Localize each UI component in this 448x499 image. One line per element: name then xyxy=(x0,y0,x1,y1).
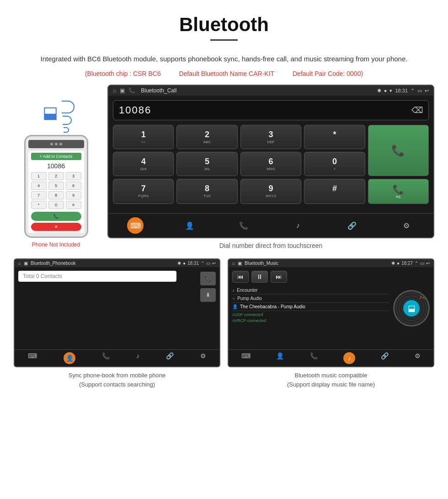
phonebook-statusbar: ⌂ ▣ Bluetooth_Phonebook ✱ ● 18:31 ⌃ ▭ ↩ xyxy=(15,259,219,267)
key-9-main: 9 xyxy=(243,184,299,193)
mu-expand: ⌃ xyxy=(415,261,418,266)
phonebook-caption: Sync phone-book from mobile phone (Suppo… xyxy=(69,371,165,389)
phonebook-caption-line1: Sync phone-book from mobile phone xyxy=(69,371,165,380)
title-underline xyxy=(210,39,238,41)
key-7-main: 7 xyxy=(115,184,171,193)
call-icon: 📞 xyxy=(128,87,135,94)
mu-nav-dialpad[interactable]: ⌨ xyxy=(241,352,251,364)
key-8-main: 8 xyxy=(179,184,235,193)
pb-dot: ● xyxy=(183,261,186,266)
pb-nav-settings[interactable]: ⚙ xyxy=(200,352,206,364)
nav-settings-icon[interactable]: ⚙ xyxy=(398,217,415,234)
nav-call-icon[interactable]: 📞 xyxy=(235,217,252,234)
key-7[interactable]: 7 PQRS xyxy=(113,179,174,204)
bluetooth-status-icon: ✱ xyxy=(377,88,381,94)
next-button[interactable]: ⏭ xyxy=(271,271,287,283)
mu-nav-link[interactable]: 🔗 xyxy=(381,352,389,364)
key-0-main: 0 xyxy=(306,157,363,166)
statusbar-right: ✱ ● ▾ 18:31 ⌃ ▭ ↩ xyxy=(377,88,429,94)
avrcp-status: AVRCP connected xyxy=(232,318,389,323)
phone-call-button[interactable]: 📞 xyxy=(31,212,81,221)
key-4[interactable]: 4 GHI xyxy=(113,152,174,176)
pb-nav-music[interactable]: ♪ xyxy=(136,352,139,364)
pb-nav-call[interactable]: 📞 xyxy=(102,352,110,364)
key-2[interactable]: 2 ABC xyxy=(176,125,237,149)
mu-nav-call[interactable]: 📞 xyxy=(310,352,318,364)
mu-nav-contacts[interactable]: 👤 xyxy=(276,352,284,364)
key-hash[interactable]: # xyxy=(304,179,365,204)
phone-dot xyxy=(55,143,58,145)
mu-sim-icon: ▣ xyxy=(238,261,242,266)
nav-dialpad-icon[interactable]: ⌨ xyxy=(127,217,144,234)
mu-dot: ● xyxy=(397,261,400,266)
disc-icon: ○ xyxy=(232,296,235,301)
phone-dialed-number: 10086 xyxy=(31,162,81,170)
nav-link-icon[interactable]: 🔗 xyxy=(344,217,360,234)
music-track-2: ○ Pump Audio xyxy=(232,295,389,303)
page-title-section: Bluetooth xyxy=(0,0,448,45)
bottom-screens-section: ⌂ ▣ Bluetooth_Phonebook ✱ ● 18:31 ⌃ ▭ ↩ … xyxy=(0,258,448,389)
play-pause-button[interactable]: ⏸ xyxy=(251,271,268,283)
call-button[interactable]: 📞 xyxy=(368,125,429,176)
home-icon: ⌂ xyxy=(113,87,116,94)
phone-section: ⬓ + Add to Contacts 10086 1 2 3 xyxy=(14,85,98,248)
pb-statusbar-right: ✱ ● 18:31 ⌃ ▭ ↩ xyxy=(177,261,216,266)
pb-nav-link[interactable]: 🔗 xyxy=(166,352,174,364)
music-track-list: ♪ Encounter ○ Pump Audio 👤 The Cheebacab… xyxy=(232,286,389,311)
phone-not-included-label: Phone Not Included xyxy=(32,241,80,248)
page-description: Integrated with BC6 Bluetooth module, su… xyxy=(0,45,448,68)
nav-music-icon[interactable]: ♪ xyxy=(290,217,306,234)
music-statusbar: ⌂ ▣ Bluetooth_Music ✱ ● 18:27 ⌃ ▭ ↩ xyxy=(229,259,433,267)
key-3[interactable]: 3 DEF xyxy=(240,125,301,149)
pb-nav-contacts[interactable]: 👤 xyxy=(64,352,75,364)
pb-window: ▭ xyxy=(206,261,210,266)
dialpad-area: 10086 ⌫ 1 ○○ 2 ABC 3 DEF xyxy=(108,96,433,213)
music-bottom-nav: ⌨ 👤 📞 ♪ 🔗 ⚙ xyxy=(229,349,433,366)
pb-nav-dialpad[interactable]: ⌨ xyxy=(28,352,37,364)
key-9[interactable]: 9 WXYZ xyxy=(240,179,301,204)
key-0[interactable]: 0 + xyxy=(304,152,365,176)
phone-key-0: 0 xyxy=(48,201,64,209)
key-3-sub: DEF xyxy=(243,140,299,144)
music-content: ⏮ ⏸ ⏭ ♪ Encounter ○ Pump Audio xyxy=(229,267,433,349)
backspace-button[interactable]: ⌫ xyxy=(411,105,423,115)
prev-button[interactable]: ⏮ xyxy=(232,271,249,283)
signal-wave-large xyxy=(62,101,75,113)
phone-key-star: * xyxy=(31,201,47,209)
spec-chip: (Bluetooth chip : CSR BC6 xyxy=(85,70,161,77)
music-caption: Bluetooth music compatible (Support disp… xyxy=(287,371,375,389)
key-2-main: 2 xyxy=(179,130,235,140)
bottom-nav-bar: ⌨ 👤 📞 ♪ 🔗 ⚙ xyxy=(108,213,433,237)
phonebook-call-button[interactable]: 📞 xyxy=(200,272,216,285)
sim-icon: ▣ xyxy=(120,87,125,94)
dial-number: 10086 xyxy=(119,104,151,116)
nav-contacts-icon[interactable]: 👤 xyxy=(181,217,198,234)
signal-wave-small xyxy=(64,127,69,133)
phone-mockup: + Add to Contacts 10086 1 2 3 4 5 6 7 8 … xyxy=(24,135,88,238)
car-screen-section: ⌂ ▣ 📞 Bluetooth_Call ✱ ● ▾ 18:31 ⌃ ▭ ↩ 1… xyxy=(107,85,434,254)
pb-sim-icon: ▣ xyxy=(24,261,28,266)
phone-end-button[interactable]: ✕ xyxy=(31,223,81,231)
car-statusbar: ⌂ ▣ 📞 Bluetooth_Call ✱ ● ▾ 18:31 ⌃ ▭ ↩ xyxy=(108,86,433,96)
key-6[interactable]: 6 MNO xyxy=(240,152,301,176)
bluetooth-symbol-icon: ⬓ xyxy=(43,103,58,122)
mu-nav-settings[interactable]: ⚙ xyxy=(415,352,421,364)
key-1[interactable]: 1 ○○ xyxy=(113,125,174,149)
key-8[interactable]: 8 TUV xyxy=(176,179,237,204)
dial-display: 10086 ⌫ xyxy=(113,100,429,120)
redial-button[interactable]: 📞RE xyxy=(368,179,429,204)
signal-dot1: ● xyxy=(384,88,387,93)
key-5[interactable]: 5 JKL xyxy=(176,152,237,176)
window-icon: ▭ xyxy=(417,88,422,94)
bt-album-icon: ⬓ xyxy=(403,300,420,317)
a2dp-status: A2DP connected xyxy=(232,312,389,317)
pb-expand: ⌃ xyxy=(201,261,204,266)
car-screen-caption: Dial number direct from touchscreen xyxy=(107,242,434,254)
expand-icon: ⌃ xyxy=(411,88,415,94)
mu-nav-music[interactable]: ♪ xyxy=(343,352,355,364)
phonebook-download-button[interactable]: ⬇ xyxy=(200,288,216,302)
track-name-2: Pump Audio xyxy=(237,296,262,301)
car-screen-large: ⌂ ▣ 📞 Bluetooth_Call ✱ ● ▾ 18:31 ⌃ ▭ ↩ 1… xyxy=(107,85,434,238)
statusbar-title: Bluetooth_Call xyxy=(141,87,373,94)
key-star[interactable]: * xyxy=(304,125,365,149)
